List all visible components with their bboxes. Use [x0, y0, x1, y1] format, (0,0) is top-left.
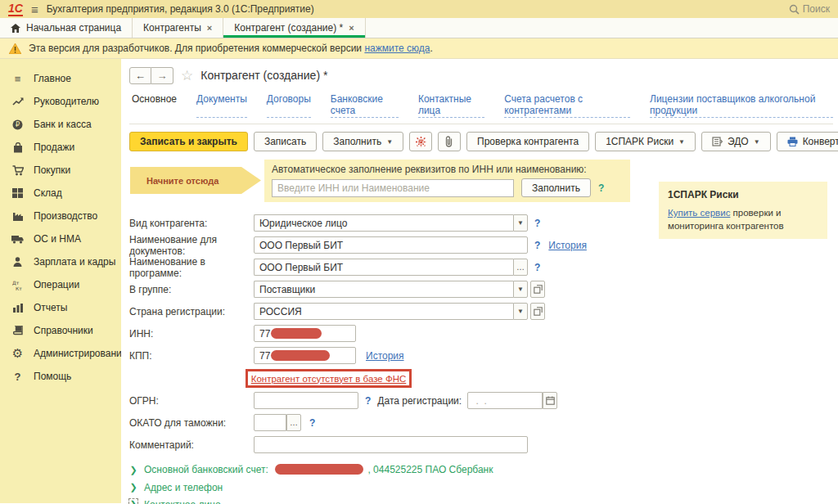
nav-settlement-accounts[interactable]: Счета расчетов с контрагентами — [504, 93, 630, 118]
kind-select[interactable]: Юридическое лицо ▼ — [254, 214, 528, 232]
grid-icon — [11, 188, 25, 198]
inn-input[interactable]: 77 — [254, 325, 356, 342]
main-content: ← → ☆ Контрагент (создание) * Основное Д… — [121, 59, 838, 503]
truck-icon — [11, 235, 25, 244]
nav-bank-accounts[interactable]: Банковские счета — [331, 93, 399, 118]
tab-home[interactable]: Начальная страница — [0, 18, 133, 38]
sidebar-item-administration[interactable]: ⚙ Администрирование — [0, 342, 121, 365]
save-button[interactable]: Записать — [254, 132, 317, 151]
comment-input[interactable] — [254, 436, 528, 453]
menu-lines-icon: ≡ — [11, 73, 25, 85]
chevron-down-icon[interactable]: ▼ — [513, 214, 528, 232]
expandable-sections: ❯ Основной банковский счет: , 044525225 … — [129, 461, 838, 504]
chevron-down-icon[interactable]: ▼ — [513, 281, 528, 298]
help-icon[interactable]: ? — [534, 262, 540, 273]
nav-contact-persons[interactable]: Контактные лица — [418, 93, 484, 118]
help-icon[interactable]: ? — [365, 395, 371, 407]
group-select[interactable]: Поставщики ▼ — [254, 281, 528, 298]
buy-commercial-link[interactable]: нажмите сюда — [364, 43, 430, 54]
tab-counterparty-new[interactable]: Контрагент (создание) * × — [223, 18, 365, 38]
attachment-button[interactable] — [438, 132, 461, 151]
kpp-input[interactable]: 77 — [254, 347, 356, 364]
bag-icon — [11, 142, 25, 153]
kpp-history-link[interactable]: История — [366, 350, 404, 362]
section-bank-account[interactable]: ❯ Основной банковский счет: , 044525225 … — [129, 461, 838, 479]
name-prog-input[interactable]: ООО Первый БИТ … — [254, 259, 528, 276]
sidebar-item-os-nma[interactable]: ОС и НМА — [0, 227, 121, 250]
sidebar-item-sales[interactable]: Продажи — [0, 136, 121, 159]
fns-alert-link[interactable]: Контрагент отсутствует в базе ФНС — [251, 374, 407, 384]
spark-risks-button[interactable]: 1СПАРК Риски ▼ — [595, 132, 696, 151]
reg-date-input[interactable] — [467, 392, 543, 409]
fill-button[interactable]: Заполнить — [521, 178, 591, 197]
fns-alert-box: Контрагент отсутствует в базе ФНС — [246, 369, 412, 388]
open-button[interactable] — [530, 281, 545, 298]
sidebar-item-operations[interactable]: ДтКт Операции — [0, 273, 121, 296]
close-icon[interactable]: × — [349, 23, 354, 33]
cart-icon — [11, 165, 25, 176]
field-kpp: КПП: 77 История — [129, 344, 838, 367]
help-icon[interactable]: ? — [309, 417, 315, 429]
edo-dropdown-button[interactable]: ЭДО ▼ — [701, 132, 771, 151]
help-icon[interactable]: ? — [598, 182, 604, 194]
help-icon[interactable]: ? — [534, 218, 540, 229]
nav-main[interactable]: Основное — [132, 93, 177, 118]
check-counterparty-button[interactable]: Проверка контрагента — [466, 132, 589, 151]
sidebar-item-salary-hr[interactable]: Зарплата и кадры — [0, 250, 121, 273]
ogrn-input[interactable] — [254, 392, 358, 409]
sidebar-item-main[interactable]: ≡ Главное — [0, 67, 121, 90]
favorite-star-icon[interactable]: ☆ — [181, 67, 193, 84]
reg-date-label: Дата регистрации: — [377, 395, 462, 407]
main-menu-icon[interactable]: ≡ — [31, 3, 38, 16]
close-icon[interactable]: × — [207, 23, 212, 33]
nav-alcohol-licenses[interactable]: Лицензии поставщиков алкогольной продукц… — [650, 93, 833, 118]
sidebar-item-help[interactable]: ? Помощь — [0, 365, 121, 388]
title-bar: 1С ≡ Бухгалтерия предприятия, редакция 3… — [0, 0, 838, 18]
sidebar-item-warehouse[interactable]: Склад — [0, 182, 121, 205]
redaction-block — [271, 350, 330, 361]
field-inn: ИНН: 77 — [129, 322, 838, 344]
sidebar-item-directories[interactable]: Справочники — [0, 319, 121, 342]
sidebar-item-manager[interactable]: Руководителю — [0, 90, 121, 113]
global-search[interactable]: Поиск — [789, 3, 830, 15]
country-select[interactable]: РОССИЯ ▼ — [254, 303, 528, 320]
section-address-phone[interactable]: ❯ Адрес и телефон — [129, 479, 838, 496]
nav-contracts[interactable]: Договоры — [267, 93, 311, 118]
tab-counterparties[interactable]: Контрагенты × — [133, 18, 223, 38]
ellipsis-button[interactable]: … — [513, 259, 528, 276]
section-contact-person[interactable]: ❯ Контактное лицо — [129, 496, 838, 504]
tab-counterparty-new-label: Контрагент (создание) * — [234, 22, 343, 34]
field-country: Страна регистрации: РОССИЯ ▼ — [129, 300, 838, 322]
save-and-close-button[interactable]: Записать и закрыть — [129, 132, 248, 151]
calendar-icon — [546, 396, 555, 405]
back-button[interactable]: ← — [129, 67, 151, 84]
help-icon[interactable]: ? — [534, 240, 540, 251]
fill-dropdown-button[interactable]: Заполнить ▼ — [322, 132, 403, 151]
nav-documents[interactable]: Документы — [196, 93, 247, 118]
tab-counterparties-label: Контрагенты — [143, 22, 201, 34]
sidebar-item-reports[interactable]: Отчеты — [0, 296, 121, 319]
snowflake-button[interactable] — [409, 132, 432, 151]
open-button[interactable] — [530, 303, 545, 320]
okato-label: ОКАТО для таможни: — [129, 417, 254, 429]
okato-input[interactable] — [254, 414, 286, 431]
name-docs-history-link[interactable]: История — [548, 240, 587, 251]
chevron-down-icon[interactable]: ▼ — [513, 303, 528, 320]
buy-service-link[interactable]: Купить сервис — [668, 208, 730, 218]
sidebar-item-purchases[interactable]: Покупки — [0, 159, 121, 182]
form-fields: Вид контрагента: Юридическое лицо ▼ ? На… — [129, 212, 838, 456]
inn-search-input[interactable] — [272, 179, 514, 197]
envelope-button[interactable]: Конверт — [777, 132, 838, 151]
dt-kt-icon: ДтКт — [11, 280, 25, 290]
name-docs-input[interactable]: ООО Первый БИТ — [254, 236, 528, 254]
tab-bar: Начальная страница Контрагенты × Контраг… — [0, 18, 838, 38]
calendar-button[interactable] — [543, 392, 557, 409]
red-asterisk-icon — [416, 137, 426, 147]
toolbar: Записать и закрыть Записать Заполнить ▼ — [129, 132, 838, 151]
forward-button[interactable]: → — [151, 67, 173, 84]
section-nav: Основное Документы Договоры Банковские с… — [129, 93, 833, 124]
home-icon — [11, 24, 20, 33]
sidebar-item-production[interactable]: Производство — [0, 205, 121, 227]
ellipsis-button[interactable]: … — [286, 414, 301, 431]
sidebar-item-bank-cash[interactable]: ₽ Банк и касса — [0, 113, 121, 136]
